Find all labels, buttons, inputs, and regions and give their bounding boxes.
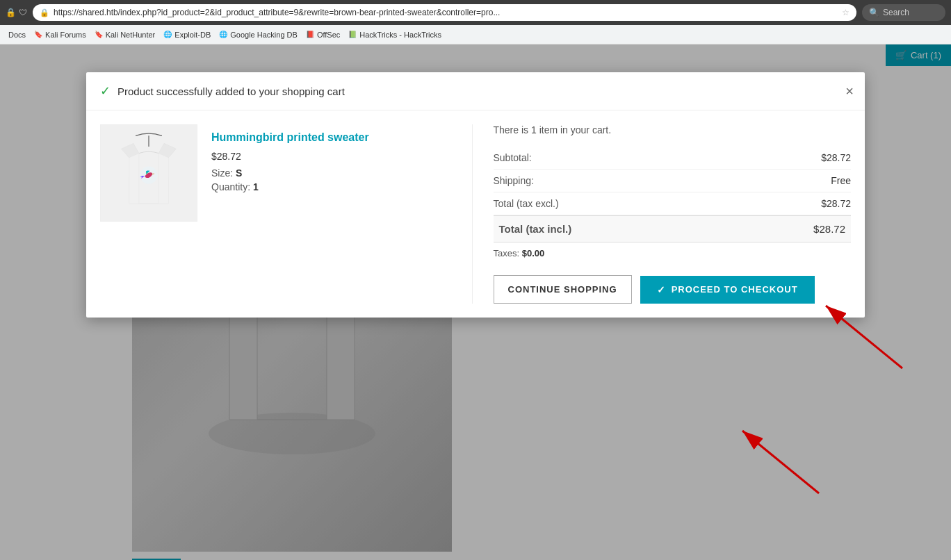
size-value: S <box>236 167 242 179</box>
continue-shopping-label: CONTINUE SHOPPING <box>508 284 617 295</box>
lock-icon: 🔒 <box>6 8 16 17</box>
modal-body: Hummingbird printed sweater $28.72 Size:… <box>86 110 865 318</box>
continue-shopping-button[interactable]: CONTINUE SHOPPING <box>494 275 632 304</box>
success-message: Product successfully added to your shopp… <box>117 85 345 97</box>
modal-header: ✓ Product successfully added to your sho… <box>86 72 865 110</box>
taxes-value: $0.00 <box>522 248 545 258</box>
cart-shipping-row: Shipping: Free <box>494 170 852 192</box>
shipping-label: Shipping: <box>494 175 534 186</box>
bookmark-label-nethunter: Kali NetHunter <box>106 31 156 39</box>
bookmark-icon-offsec: 📕 <box>306 31 314 38</box>
bookmark-icon-kali-forums: 🔖 <box>34 31 42 38</box>
bookmark-icon-hacktricks: 📗 <box>348 31 357 38</box>
modal-sweater-image <box>107 131 190 215</box>
proceed-checkout-label: PROCEED TO CHECKOUT <box>672 284 798 295</box>
bookmark-icon-exploit-db: 🌐 <box>163 31 172 38</box>
proceed-to-checkout-button[interactable]: ✓ PROCEED TO CHECKOUT <box>640 276 815 304</box>
bookmark-hacktricks[interactable]: 📗 HackTricks - HackTricks <box>348 31 441 39</box>
cart-total-excl-row: Total (tax excl.) $28.72 <box>494 192 852 215</box>
total-excl-value: $28.72 <box>821 198 851 209</box>
address-lock-icon: 🔒 <box>40 8 49 17</box>
total-incl-value: $28.72 <box>813 223 845 235</box>
shield-icon: 🛡 <box>19 8 27 17</box>
url-text: https://shared.htb/index.php?id_product=… <box>54 8 838 17</box>
modal-product-quantity: Quantity: 1 <box>211 181 369 192</box>
modal-product-size: Size: S <box>211 167 369 179</box>
bookmark-icon-google-hacking: 🌐 <box>219 31 227 38</box>
bookmark-exploit-db[interactable]: 🌐 Exploit-DB <box>163 31 211 39</box>
modal-product-name[interactable]: Hummingbird printed sweater <box>211 131 369 144</box>
browser-nav-icons: 🔒 🛡 <box>6 8 27 17</box>
search-placeholder: Search <box>883 8 909 17</box>
cart-taxes: Taxes: $0.00 <box>494 242 852 264</box>
bookmark-label-kali-forums: Kali Forums <box>45 31 86 39</box>
search-icon: 🔍 <box>869 8 879 17</box>
subtotal-value: $28.72 <box>821 152 851 163</box>
bookmark-offsec[interactable]: 📕 OffSec <box>306 31 340 39</box>
bookmarks-bar: Docs 🔖 Kali Forums 🔖 Kali NetHunter 🌐 Ex… <box>0 25 951 44</box>
quantity-value-modal: 1 <box>253 181 259 192</box>
bookmark-label-exploit-db: Exploit-DB <box>174 31 211 39</box>
address-bar[interactable]: 🔒 https://shared.htb/index.php?id_produc… <box>33 4 856 21</box>
modal-actions: CONTINUE SHOPPING ✓ PROCEED TO CHECKOUT <box>494 275 852 304</box>
bookmark-kali-forums[interactable]: 🔖 Kali Forums <box>34 31 86 39</box>
taxes-label: Taxes: <box>494 248 520 258</box>
subtotal-label: Subtotal: <box>494 152 532 163</box>
modal-product-details: Hummingbird printed sweater $28.72 Size:… <box>211 124 369 304</box>
modal-close-button[interactable]: × <box>845 83 854 99</box>
modal-product-section: Hummingbird printed sweater $28.72 Size:… <box>100 124 473 304</box>
cart-modal: ✓ Product successfully added to your sho… <box>86 72 865 318</box>
bookmark-docs[interactable]: Docs <box>6 31 26 39</box>
bookmark-label-google-hacking: Google Hacking DB <box>230 31 298 39</box>
cart-subtotal-row: Subtotal: $28.72 <box>494 147 852 170</box>
search-bar[interactable]: 🔍 Search <box>862 4 945 21</box>
bookmark-kali-nethunter[interactable]: 🔖 Kali NetHunter <box>95 31 156 39</box>
success-check-icon: ✓ <box>100 83 111 99</box>
bookmark-star-icon: ☆ <box>842 8 850 17</box>
bookmark-label-offsec: OffSec <box>317 31 340 39</box>
bookmark-icon-nethunter: 🔖 <box>95 31 103 38</box>
cart-summary-title: There is 1 item in your cart. <box>494 124 852 135</box>
bookmark-google-hacking[interactable]: 🌐 Google Hacking DB <box>219 31 298 39</box>
total-excl-label: Total (tax excl.) <box>494 198 559 209</box>
modal-product-image <box>100 124 197 222</box>
modal-product-price: $28.72 <box>211 151 369 162</box>
modal-overlay: ✓ Product successfully added to your sho… <box>0 44 951 560</box>
browser-chrome: 🔒 🛡 🔒 https://shared.htb/index.php?id_pr… <box>0 0 951 25</box>
cart-total-incl-row: Total (tax incl.) $28.72 <box>494 215 852 242</box>
shipping-value: Free <box>831 175 851 186</box>
size-label: Size: <box>211 167 233 179</box>
checkout-check-icon: ✓ <box>657 284 666 295</box>
quantity-label-modal: Quantity: <box>211 181 250 192</box>
total-incl-label: Total (tax incl.) <box>499 223 572 235</box>
bookmark-label-docs: Docs <box>8 31 26 39</box>
modal-cart-section: There is 1 item in your cart. Subtotal: … <box>473 124 852 304</box>
bookmark-label-hacktricks: HackTricks - HackTricks <box>359 31 441 39</box>
